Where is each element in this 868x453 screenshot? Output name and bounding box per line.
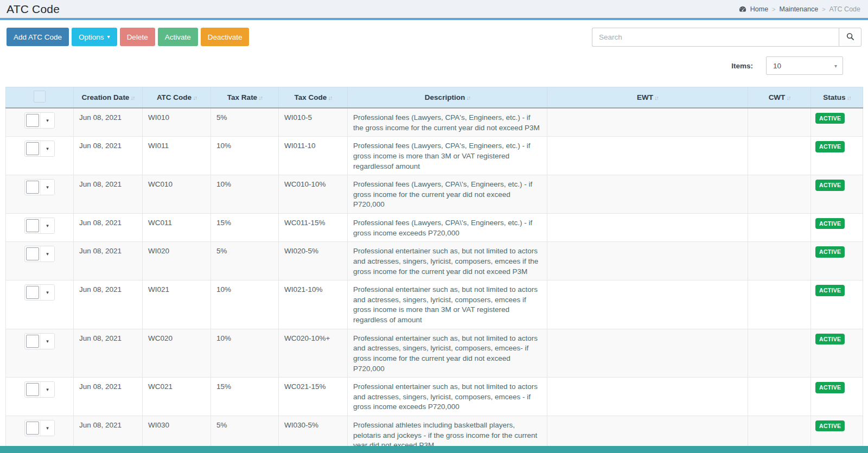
row-actions-dropdown[interactable]: ▾ — [40, 334, 54, 349]
sort-icon: ↓↑ — [654, 94, 658, 101]
options-button-label: Options — [79, 33, 104, 41]
header-description[interactable]: Description↓↑ — [348, 87, 547, 109]
search-group — [592, 28, 861, 47]
row-checkbox[interactable] — [26, 383, 39, 396]
table-row: ▾Jun 08, 2021WI0205%WI020-5%Professional… — [6, 242, 863, 280]
row-select-cell: ▾ — [6, 137, 74, 175]
row-actions-dropdown[interactable]: ▾ — [40, 382, 54, 397]
tax-rate-cell: 15% — [211, 378, 279, 416]
row-actions-dropdown[interactable]: ▾ — [40, 285, 54, 300]
row-actions-dropdown[interactable]: ▾ — [40, 246, 54, 261]
ewt-cell — [547, 329, 748, 378]
tax-rate-cell: 10% — [211, 137, 279, 175]
activate-button[interactable]: Activate — [158, 28, 198, 46]
delete-button[interactable]: Delete — [120, 28, 155, 46]
breadcrumb-current: ATC Code — [829, 5, 860, 13]
row-select-cell: ▾ — [6, 280, 74, 329]
header-label: ATC Code — [157, 93, 192, 101]
deactivate-button[interactable]: Deactivate — [201, 28, 250, 46]
atc-code-cell: WI021 — [143, 280, 211, 329]
row-actions-dropdown[interactable]: ▾ — [40, 113, 54, 128]
header-ewt[interactable]: EWT↓↑ — [547, 87, 748, 109]
row-checkbox[interactable] — [26, 219, 39, 232]
description-cell: Professional fees (Lawyers, CPA\'s, Engi… — [348, 175, 547, 214]
search-input[interactable] — [592, 28, 839, 47]
items-per-page-select[interactable]: 10 ▾ — [766, 56, 843, 75]
breadcrumb-separator: > — [772, 6, 775, 12]
header-label: Tax Rate — [227, 93, 257, 101]
breadcrumb-home[interactable]: Home — [750, 5, 768, 13]
row-checkbox[interactable] — [26, 142, 39, 155]
description-cell: Professional entertainer such as, but no… — [348, 280, 547, 329]
header-creation-date[interactable]: Creation Date↓↑ — [74, 87, 143, 109]
row-actions-dropdown[interactable]: ▾ — [40, 218, 54, 233]
select-all-checkbox[interactable] — [34, 91, 46, 103]
table-row: ▾Jun 08, 2021WC02010%WC020-10%+Professio… — [6, 329, 863, 378]
sort-icon: ↓↑ — [847, 94, 851, 101]
creation-date-cell: Jun 08, 2021 — [74, 329, 143, 378]
options-button[interactable]: Options▾ — [72, 28, 117, 46]
breadcrumb-separator: > — [822, 6, 825, 12]
header-status[interactable]: Status↓↑ — [811, 87, 863, 109]
row-select-group: ▾ — [24, 218, 55, 234]
row-checkbox[interactable] — [26, 114, 39, 127]
tax-code-cell: WC021-15% — [279, 378, 348, 416]
header-cwt[interactable]: CWT↓↑ — [748, 87, 811, 109]
sort-icon: ↓↑ — [258, 94, 262, 101]
row-select-group: ▾ — [24, 381, 55, 398]
row-checkbox[interactable] — [26, 181, 39, 194]
tax-code-cell: WI010-5 — [279, 108, 348, 137]
tax-code-cell: WI011-10 — [279, 137, 348, 175]
tax-rate-cell: 15% — [211, 214, 279, 242]
status-badge: ACTIVE — [815, 113, 845, 124]
status-badge: ACTIVE — [815, 420, 845, 431]
row-actions-dropdown[interactable]: ▾ — [40, 420, 54, 436]
status-cell: ACTIVE — [811, 280, 863, 329]
search-button[interactable] — [839, 28, 861, 47]
table-row: ▾Jun 08, 2021WC02115%WC021-15%Profession… — [6, 378, 863, 416]
sort-icon: ↓↑ — [786, 94, 790, 101]
ewt-cell — [547, 175, 748, 214]
select-all-header — [6, 87, 74, 109]
row-checkbox[interactable] — [26, 247, 39, 260]
atc-code-table: Creation Date↓↑ ATC Code↓↑ Tax Rate↓↑ Ta… — [5, 87, 863, 453]
header-tax-code[interactable]: Tax Code↓↑ — [279, 87, 348, 109]
row-select-cell: ▾ — [6, 329, 74, 378]
tax-rate-cell: 10% — [211, 175, 279, 214]
creation-date-cell: Jun 08, 2021 — [74, 280, 143, 329]
tax-code-cell: WC020-10%+ — [279, 329, 348, 378]
items-label: Items: — [731, 62, 753, 70]
cwt-cell — [748, 280, 811, 329]
row-actions-dropdown[interactable]: ▾ — [40, 141, 54, 156]
row-checkbox[interactable] — [26, 422, 39, 435]
cwt-cell — [748, 378, 811, 416]
ewt-cell — [547, 137, 748, 175]
creation-date-cell: Jun 08, 2021 — [74, 108, 143, 137]
row-checkbox[interactable] — [26, 286, 39, 299]
tax-code-cell: WC011-15% — [279, 214, 348, 242]
status-badge: ACTIVE — [815, 382, 845, 393]
header-tax-rate[interactable]: Tax Rate↓↑ — [211, 87, 279, 109]
header-atc-code[interactable]: ATC Code↓↑ — [143, 87, 211, 109]
caret-down-icon: ▾ — [834, 63, 837, 69]
row-select-group: ▾ — [24, 141, 55, 157]
items-per-page-row: Items: 10 ▾ — [0, 47, 868, 75]
table-row: ▾Jun 08, 2021WC01115%WC011-15%Profession… — [6, 214, 863, 242]
sort-icon: ↓↑ — [130, 94, 134, 101]
row-select-group: ▾ — [24, 284, 55, 301]
row-select-cell: ▾ — [6, 378, 74, 416]
row-actions-dropdown[interactable]: ▾ — [40, 180, 54, 195]
ewt-cell — [547, 214, 748, 242]
dashboard-icon — [739, 5, 746, 13]
cwt-cell — [748, 175, 811, 214]
top-bar: ATC Code Home > Maintenance > ATC Code — [0, 0, 868, 18]
tax-rate-cell: 10% — [211, 280, 279, 329]
breadcrumb-maintenance[interactable]: Maintenance — [780, 5, 819, 13]
status-cell: ACTIVE — [811, 137, 863, 175]
sort-icon: ↓↑ — [328, 94, 331, 101]
ewt-cell — [547, 108, 748, 137]
table-row: ▾Jun 08, 2021WI02110%WI021-10%Profession… — [6, 280, 863, 329]
row-checkbox[interactable] — [26, 335, 39, 348]
tax-code-cell: WI020-5% — [279, 242, 348, 280]
add-atc-code-button[interactable]: Add ATC Code — [7, 28, 69, 46]
